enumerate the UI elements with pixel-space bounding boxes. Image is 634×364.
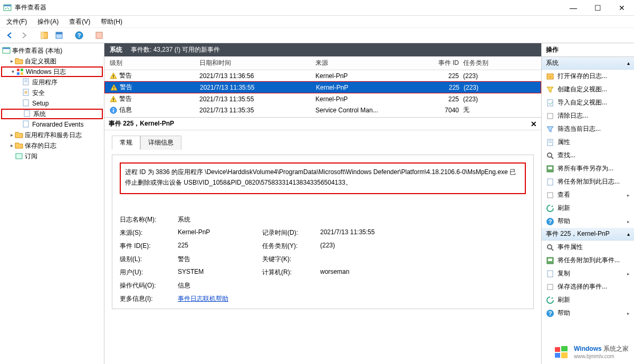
svg-rect-4 [41,32,44,39]
svg-rect-14 [17,72,20,75]
more-info-link[interactable]: 事件日志联机帮助 [178,295,228,302]
action-icon [546,243,554,252]
action-item[interactable]: 打开保存的日志... [542,70,634,83]
action-icon [546,256,554,265]
svg-line-41 [551,157,553,159]
svg-rect-57 [561,346,568,351]
menu-view[interactable]: 查看(V) [67,16,92,27]
col-task-cat[interactable]: 任务类别 [463,59,505,68]
help-button[interactable]: ? [73,29,85,42]
actions-section-system[interactable]: 系统▴ [542,57,634,70]
action-item[interactable]: 事件属性 [542,241,634,254]
svg-point-48 [547,245,552,249]
action-item[interactable]: 复制▸ [542,267,634,280]
table-row[interactable]: 信息2021/7/13 11:35:35Service Control Man.… [104,104,541,116]
detail-close-button[interactable]: ✕ [531,120,537,128]
table-row[interactable]: 警告2021/7/13 11:35:55Kernel-PnP225(223) [104,81,541,93]
col-level[interactable]: 级别 [110,59,199,68]
svg-rect-6 [56,32,62,34]
action-item[interactable]: 导入自定义视图... [542,96,634,109]
svg-rect-23 [23,121,28,127]
svg-rect-33 [113,108,114,109]
svg-rect-13 [21,69,23,71]
action-icon: ? [546,217,554,226]
toolbar-extra-button[interactable] [93,29,105,42]
tree-app-services[interactable]: ▸应用程序和服务日志 [1,130,103,140]
warning-icon [110,84,118,91]
action-item[interactable]: 刷新 [542,202,634,215]
action-icon [546,165,554,173]
tree-root-label: 事件查看器 (本地) [12,46,62,55]
tree-windows-logs[interactable]: ▾ Windows 日志 [1,66,103,77]
svg-rect-43 [548,167,552,169]
menu-action[interactable]: 操作(A) [35,16,61,27]
svg-rect-19 [23,89,28,95]
svg-rect-34 [547,74,553,79]
svg-line-49 [551,248,553,251]
action-item[interactable]: ?帮助▸ [542,306,634,320]
action-icon [546,112,554,120]
table-row[interactable]: 警告2021/7/13 11:35:55Kernel-PnP225(223) [104,93,541,104]
tree-subscriptions[interactable]: ▸订阅 [1,151,103,161]
event-properties: 日志名称(M):系统 来源(S):Kernel-PnP 记录时间(D):2021… [120,215,526,303]
action-icon [546,204,554,213]
tree-saved-logs[interactable]: ▸保存的日志 [1,140,103,151]
close-button[interactable]: ✕ [610,0,634,16]
tree-setup[interactable]: Setup [1,98,103,109]
svg-rect-12 [17,69,20,71]
minimize-button[interactable]: — [561,0,585,16]
svg-rect-29 [113,98,113,100]
action-item[interactable]: 查找... [542,149,634,162]
tree-system[interactable]: 系统 [1,109,103,119]
action-item[interactable]: 查看▸ [542,188,634,202]
app-icon [3,4,12,12]
log-header-name: 系统 [110,45,122,54]
action-item[interactable]: ?帮助▸ [542,215,634,228]
svg-rect-27 [113,87,114,89]
action-item[interactable]: 清除日志... [542,109,634,122]
action-icon [546,99,554,107]
chevron-up-icon: ▴ [627,231,630,237]
info-icon [110,107,117,114]
action-item[interactable]: 刷新 [542,293,634,306]
action-item[interactable]: 创建自定义视图... [542,83,634,96]
svg-rect-36 [547,113,553,119]
grid-body[interactable]: 警告2021/7/13 11:36:56Kernel-PnP225(223)警告… [104,70,541,118]
col-date[interactable]: 日期和时间 [199,59,315,68]
action-item[interactable]: 将任务附加到此事件... [542,254,634,267]
svg-rect-15 [21,72,23,75]
action-icon [546,151,554,160]
menu-help[interactable]: 帮助(H) [99,16,124,27]
nav-forward-button[interactable] [18,29,31,42]
action-item[interactable]: 将任务附加到此日志... [542,175,634,188]
actions-header: 操作 [542,43,634,57]
tab-details[interactable]: 详细信息 [140,136,181,150]
svg-point-40 [547,153,552,157]
nav-back-button[interactable] [3,29,16,42]
actions-section-event[interactable]: 事件 225，Kernel-PnP▴ [542,228,634,241]
table-row[interactable]: 警告2021/7/13 11:36:56Kernel-PnP225(223) [104,70,541,81]
detail-body: 常规 详细信息 进程 ID 为 3836 的应用程序 \Device\Hardd… [104,130,541,364]
svg-text:?: ? [549,310,552,317]
tree-root[interactable]: 事件查看器 (本地) [1,45,103,56]
action-item[interactable]: 将所有事件另存为... [542,162,634,175]
svg-rect-53 [547,284,553,290]
properties-button[interactable] [53,29,65,42]
warning-icon [110,95,117,103]
col-source[interactable]: 来源 [315,59,431,68]
action-item[interactable]: 保存选择的事件... [542,280,634,293]
action-item[interactable]: 筛选当前日志... [542,122,634,136]
action-icon [546,125,554,133]
tree-forwarded[interactable]: Forwarded Events [1,119,103,130]
tree-application[interactable]: 应用程序 [1,77,103,88]
svg-rect-9 [96,32,102,39]
show-hide-tree-button[interactable] [38,29,51,42]
center-panel: 系统 事件数: 43,237 (!) 可用的新事件 级别 日期和时间 来源 事件… [104,43,542,364]
action-item[interactable]: 属性 [542,136,634,149]
menu-file[interactable]: 文件(F) [4,16,29,27]
maximize-button[interactable]: ☐ [585,0,610,16]
tab-general[interactable]: 常规 [112,136,140,150]
tree-security[interactable]: 安全 [1,88,103,98]
tree-custom-views[interactable]: ▸ 自定义视图 [1,56,103,66]
col-event-id[interactable]: 事件 ID [431,59,463,68]
